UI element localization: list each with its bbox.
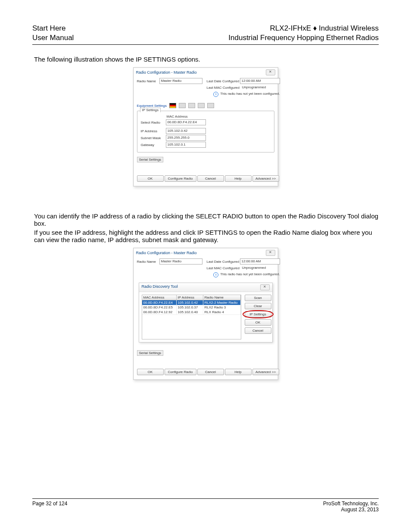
inner-title: Radio Discovery Tool (142, 284, 178, 290)
advanced-button[interactable]: Advanced >> (252, 175, 279, 182)
input-subnet-mask[interactable]: 255.255.255.0 (166, 135, 206, 141)
flag-icon (198, 103, 205, 108)
inner-ok-button[interactable]: OK (245, 319, 271, 326)
footer-right-2: August 23, 2013 (323, 507, 379, 513)
input-ip-address[interactable]: 105.102.0.42 (166, 128, 206, 134)
info-icon: i (213, 272, 218, 277)
input-radio-name[interactable]: Master Radio (159, 78, 202, 84)
advanced-button[interactable]: Advanced >> (252, 369, 279, 375)
page-header: Start Here User Manual RLX2-IFHxE ♦ Indu… (32, 24, 379, 45)
input-gateway[interactable]: 105.102.0.1 (166, 142, 206, 148)
help-button[interactable]: Help (225, 175, 252, 182)
configure-radio-button[interactable]: Configure Radio (165, 175, 196, 182)
dialog-radio-config-2: Radio Configuration - Master Radio ✕ Rad… (133, 248, 278, 380)
header-left-1: Start Here (32, 24, 74, 33)
inner-cancel-button[interactable]: Cancel (245, 327, 271, 334)
clear-button[interactable]: Clear (245, 303, 271, 309)
dialog-radio-discovery-tool: Radio Discovery Tool ✕ MAC Address IP Ad… (139, 283, 273, 342)
body-text-mid1: You can identify the IP address of a rad… (34, 212, 379, 227)
cancel-button[interactable]: Cancel (197, 175, 224, 182)
tab-ip-settings[interactable]: IP Settings (140, 108, 161, 112)
label-last-date: Last Date Configured (207, 79, 240, 83)
col-name[interactable]: Radio Name (203, 295, 241, 300)
table-row[interactable]: 00.0D.8D.F4.22.E5 105.102.0.37 RLX2 Radi… (142, 305, 241, 310)
label-mac-address: MAC Address (167, 115, 188, 118)
value-last-mac: Unprogrammed (241, 265, 280, 271)
header-right-2: Industrial Frequency Hopping Ethernet Ra… (228, 33, 379, 43)
label-radio-name: Radio Name (137, 79, 159, 83)
help-button[interactable]: Help (225, 369, 252, 375)
label-ip-address: IP Address (141, 129, 166, 133)
table-radios: MAC Address IP Address Radio Name 00.0D.… (142, 295, 241, 339)
input-radio-name[interactable]: Master Radio (159, 258, 202, 264)
close-icon[interactable]: ✕ (266, 250, 275, 256)
label-last-mac: Last MAC Configured (207, 266, 241, 270)
col-mac[interactable]: MAC Address (142, 295, 177, 300)
label-gateway: Gateway (141, 143, 166, 147)
body-text-intro: The following illustration shows the IP … (34, 56, 379, 63)
button-select-radio[interactable]: Select Radio (141, 121, 166, 124)
flag-icon (207, 103, 214, 108)
close-icon[interactable]: ✕ (260, 284, 270, 290)
configure-radio-button[interactable]: Configure Radio (165, 369, 196, 375)
status-text: This radio has not yet been configured. (220, 272, 280, 277)
flag-icon (169, 103, 176, 108)
close-icon[interactable]: ✕ (266, 69, 275, 75)
flag-icon (179, 103, 186, 108)
panel-ip-settings: IP Settings MAC Address Select Radio 00.… (137, 111, 274, 152)
col-ip[interactable]: IP Address (177, 295, 203, 300)
page-footer: Page 32 of 124 ProSoft Technology, Inc. … (32, 498, 379, 513)
value-last-date: 12:00:00 AM (240, 258, 280, 264)
dialog1-title: Radio Configuration - Master Radio (136, 70, 197, 75)
ok-button[interactable]: OK (137, 369, 164, 375)
status-text: This radio has not yet been configured. (220, 92, 280, 97)
footer-right-1: ProSoft Technology, Inc. (323, 501, 379, 507)
tab-serial-settings[interactable]: Serial Settings (137, 157, 164, 162)
ok-button[interactable]: OK (137, 175, 164, 182)
flag-icon (188, 103, 195, 108)
value-last-date: 12:00:00 AM (240, 78, 280, 84)
dialog-radio-config-1: Radio Configuration - Master Radio ✕ Rad… (133, 67, 278, 187)
dialog2-title: Radio Configuration - Master Radio (136, 251, 197, 255)
label-last-mac: Last MAC Configured (207, 86, 241, 90)
ip-settings-button[interactable]: IP Settings (245, 311, 271, 317)
tab-serial-settings[interactable]: Serial Settings (137, 350, 164, 356)
body-text-mid2: If you see the IP address, highlight the… (34, 229, 379, 243)
table-row[interactable]: 00.0D.8D.F4.22.E4 105.102.0.42 RLX2-2 Ma… (142, 300, 241, 305)
header-left-2: User Manual (32, 33, 74, 43)
cancel-button[interactable]: Cancel (197, 369, 224, 375)
table-row[interactable]: 00.0D.8D.F4.12.92 105.102.0.40 RLX Radio… (142, 310, 241, 314)
footer-left: Page 32 of 124 (32, 501, 67, 513)
info-icon: i (213, 92, 218, 97)
link-equipment-settings[interactable]: Equipment Settings (137, 104, 167, 108)
label-radio-name: Radio Name (137, 260, 159, 264)
scan-button[interactable]: Scan (245, 295, 271, 301)
label-subnet-mask: Subnet Mask (141, 136, 166, 140)
value-last-mac: Unprogrammed (241, 85, 280, 90)
header-right-1: RLX2-IFHxE ♦ Industrial Wireless (228, 24, 379, 33)
label-last-date: Last Date Configured (207, 260, 240, 264)
input-mac-address[interactable]: 00.0D.8D.F4.22.E4 (166, 119, 206, 125)
